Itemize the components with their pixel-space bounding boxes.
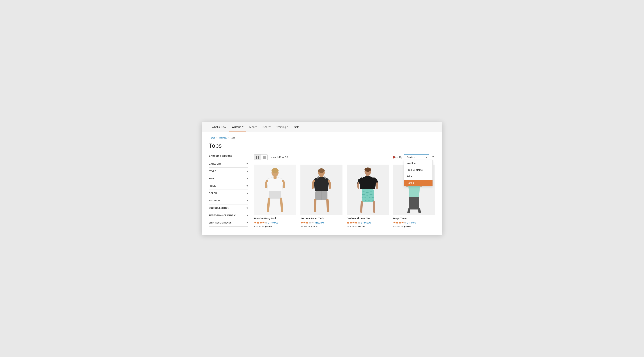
nav-training[interactable]: Training (274, 122, 291, 132)
svg-rect-7 (433, 157, 434, 159)
sort-asc-icon (432, 156, 434, 159)
products-toolbar: Items 1-12 of 50 Sort By Position (254, 154, 435, 160)
svg-point-9 (272, 168, 278, 173)
sort-area: Sort By Position Position Product Name P… (394, 154, 435, 160)
navigation: What's New Women Men Gear Training Sale (202, 122, 442, 132)
svg-rect-2 (256, 158, 257, 159)
chevron-down-icon (287, 126, 288, 128)
shopping-options-title: Shopping Options (209, 154, 248, 157)
product-price-3: As low as $24.00 (347, 225, 389, 228)
filter-category[interactable]: CATEGORY (209, 160, 248, 168)
sort-select-wrapper: Position Position Product Name Price Rat… (404, 154, 429, 160)
svg-rect-11 (274, 176, 277, 179)
chevron-down-icon (246, 222, 248, 223)
stars-1: ★ ★ ★ ★ ★ (254, 221, 268, 224)
product-card-3: Desiree Fitness Tee ★ ★ ★ ★ ★ 3 Reviews (347, 164, 389, 228)
main-layout: Shopping Options CATEGORY STYLE SIZE (209, 154, 435, 228)
product-name-2[interactable]: Antonia Racer Tank (300, 217, 342, 220)
browser-window: What's New Women Men Gear Training Sale … (202, 122, 442, 235)
nav-gear[interactable]: Gear (260, 122, 274, 132)
nav-women[interactable]: Women (229, 122, 246, 132)
page-title: Tops (209, 142, 435, 149)
chevron-down-icon (269, 126, 270, 128)
filter-price[interactable]: PRICE (209, 182, 248, 190)
chevron-down-icon (246, 200, 248, 201)
content-area: Home › Women › Tops Tops Shopping Option… (202, 132, 442, 235)
chevron-down-icon (255, 126, 257, 128)
chevron-down-icon (246, 163, 248, 164)
sort-option-price[interactable]: Price (404, 173, 432, 180)
sort-dropdown-menu: Position Product Name Price Rating (404, 160, 433, 186)
product-figure-2 (304, 167, 338, 212)
breadcrumb: Home › Women › Tops (209, 136, 435, 139)
product-figure-1 (258, 167, 292, 212)
svg-rect-1 (258, 156, 259, 157)
nav-sale[interactable]: Sale (291, 122, 302, 132)
chevron-down-icon (246, 171, 248, 172)
products-area: Items 1-12 of 50 Sort By Position (254, 154, 435, 228)
svg-point-18 (364, 168, 371, 172)
breadcrumb-home[interactable]: Home (209, 136, 215, 139)
breadcrumb-sep-1: › (216, 136, 217, 139)
reviews-link-3[interactable]: 3 Reviews (361, 222, 371, 224)
svg-point-13 (318, 168, 325, 173)
product-card-2: Antonia Racer Tank ★ ★ ★ ★ ★ 3 Reviews (300, 164, 342, 228)
items-count: Items 1-12 of 50 (270, 156, 392, 159)
product-image-3[interactable] (347, 164, 389, 215)
reviews-link-1[interactable]: 2 Reviews (268, 222, 278, 224)
filter-size[interactable]: SIZE (209, 175, 248, 182)
product-name-4[interactable]: Maya Tunic (393, 217, 435, 220)
product-price-2: As low as $34.00 (300, 225, 342, 228)
svg-rect-10 (269, 191, 281, 198)
product-figure-3 (351, 166, 384, 213)
product-stars-1: ★ ★ ★ ★ ★ 2 Reviews (254, 221, 296, 224)
filter-eco-collection[interactable]: ECO COLLECTION (209, 204, 248, 212)
svg-rect-0 (256, 156, 257, 157)
filter-performance-fabric[interactable]: PERFORMANCE FABRIC (209, 212, 248, 219)
product-image-1[interactable] (254, 164, 296, 215)
svg-rect-4 (263, 156, 266, 157)
filter-style[interactable]: STYLE (209, 168, 248, 175)
filter-erin-recommends[interactable]: ERIN RECOMMENDS (209, 219, 248, 226)
sort-ascending-button[interactable] (431, 155, 435, 160)
breadcrumb-sep-2: › (228, 136, 229, 139)
chevron-down-icon (246, 178, 248, 179)
stars-3: ★ ★ ★ ★ ★ (347, 221, 360, 224)
chevron-down-icon (246, 193, 248, 194)
product-card-1: Breathe-Easy Tank ★ ★ ★ ★ ★ 2 Reviews (254, 164, 296, 228)
product-stars-4: ★ ★ ★ ★ ★ 1 Review (393, 221, 435, 224)
reviews-link-4[interactable]: 1 Review (407, 222, 416, 224)
sort-option-name[interactable]: Product Name (404, 167, 432, 173)
sort-label: Sort By (394, 156, 402, 159)
nav-whats-new[interactable]: What's New (209, 122, 229, 132)
stars-2: ★ ★ ★ ★ ★ (300, 221, 314, 224)
product-stars-2: ★ ★ ★ ★ ★ 3 Reviews (300, 221, 342, 224)
product-name-3[interactable]: Desiree Fitness Tee (347, 217, 389, 220)
reviews-link-2[interactable]: 3 Reviews (314, 222, 324, 224)
filter-color[interactable]: COLOR (209, 190, 248, 197)
arrow-line (382, 157, 393, 158)
chevron-down-icon (246, 215, 248, 216)
svg-rect-3 (258, 158, 259, 159)
chevron-down-icon (246, 186, 248, 186)
sort-option-rating[interactable]: Rating (404, 180, 432, 186)
svg-rect-5 (263, 158, 266, 159)
sort-option-position[interactable]: Position (404, 160, 432, 167)
product-price-1: As low as $34.00 (254, 225, 296, 228)
filter-material[interactable]: MATERIAL (209, 197, 248, 204)
breadcrumb-women[interactable]: Women (219, 136, 227, 139)
sidebar: Shopping Options CATEGORY STYLE SIZE (209, 154, 248, 226)
list-view-button[interactable] (261, 154, 268, 160)
filter-section: CATEGORY STYLE SIZE PRICE (209, 160, 248, 226)
product-price-4: As low as $29.00 (393, 225, 435, 228)
stars-4: ★ ★ ★ ★ ★ (393, 221, 406, 224)
product-name-1[interactable]: Breathe-Easy Tank (254, 217, 296, 220)
chevron-down-icon (246, 208, 248, 208)
view-toggle (254, 154, 268, 160)
grid-view-button[interactable] (254, 154, 261, 160)
arrow-annotation (382, 156, 396, 159)
sort-select-display[interactable]: Position (404, 154, 429, 160)
product-image-2[interactable] (300, 164, 342, 215)
nav-men[interactable]: Men (246, 122, 260, 132)
grid-4-icon (256, 156, 259, 159)
